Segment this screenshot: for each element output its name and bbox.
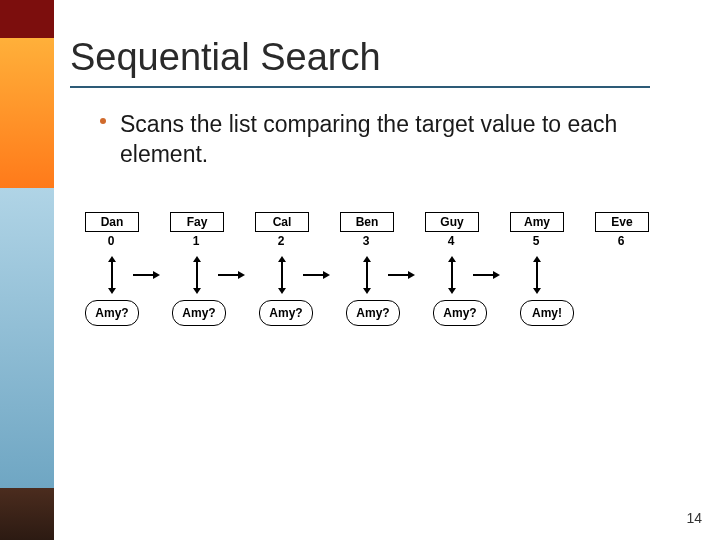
compare-arrow-icon <box>366 260 368 290</box>
cell-index: 5 <box>510 234 562 248</box>
cell-index: 6 <box>595 234 647 248</box>
cell-index: 0 <box>85 234 137 248</box>
list-cell: Guy4 <box>425 212 477 248</box>
strip-segment-red <box>0 0 54 38</box>
query-bubble: Amy! <box>520 300 574 326</box>
list-cell: Cal2 <box>255 212 307 248</box>
compare-arrow-icon <box>281 260 283 290</box>
query-bubble: Amy? <box>85 300 139 326</box>
cell-name: Amy <box>510 212 564 232</box>
search-diagram: Dan0Fay1Cal2Ben3Guy4Amy5Eve6 Amy?Amy?Amy… <box>85 212 680 326</box>
compare-arrow-icon <box>196 260 198 290</box>
list-cell: Amy5 <box>510 212 562 248</box>
cell-index: 3 <box>340 234 392 248</box>
cell-index: 2 <box>255 234 307 248</box>
advance-arrow-icon <box>303 274 325 276</box>
bullet-text: Scans the list comparing the target valu… <box>120 110 660 170</box>
query-bubble: Amy? <box>172 300 226 326</box>
title-underline <box>70 86 650 88</box>
decorative-left-strip <box>0 0 54 540</box>
list-cell: Eve6 <box>595 212 647 248</box>
cell-index: 1 <box>170 234 222 248</box>
advance-arrow-icon <box>133 274 155 276</box>
advance-arrow-icon <box>218 274 240 276</box>
query-bubble: Amy? <box>259 300 313 326</box>
cell-index: 4 <box>425 234 477 248</box>
page-number: 14 <box>686 510 702 526</box>
cell-name: Eve <box>595 212 649 232</box>
compare-arrow-icon <box>111 260 113 290</box>
list-cell: Dan0 <box>85 212 137 248</box>
list-cell: Fay1 <box>170 212 222 248</box>
cell-name: Ben <box>340 212 394 232</box>
cell-name: Fay <box>170 212 224 232</box>
cell-name: Cal <box>255 212 309 232</box>
query-bubble: Amy? <box>346 300 400 326</box>
compare-arrow-icon <box>536 260 538 290</box>
bullet-dot-icon <box>100 118 106 124</box>
query-bubble: Amy? <box>433 300 487 326</box>
advance-arrow-icon <box>473 274 495 276</box>
strip-segment-brown <box>0 488 54 540</box>
cell-name: Dan <box>85 212 139 232</box>
cell-name: Guy <box>425 212 479 232</box>
slide-title: Sequential Search <box>70 36 381 79</box>
compare-arrow-icon <box>451 260 453 290</box>
strip-segment-blue <box>0 188 54 488</box>
strip-segment-orange <box>0 38 54 188</box>
advance-arrow-icon <box>388 274 410 276</box>
list-cell: Ben3 <box>340 212 392 248</box>
